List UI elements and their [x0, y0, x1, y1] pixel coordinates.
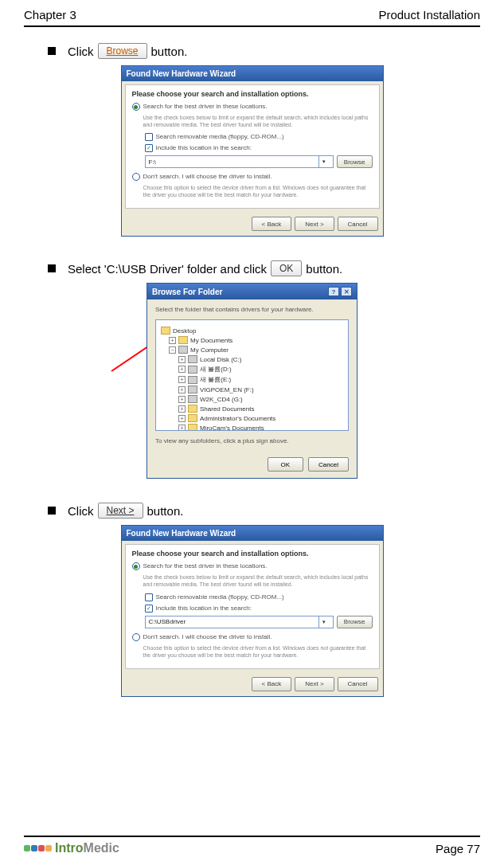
drive-icon: [188, 376, 197, 384]
radio-dont-search[interactable]: [132, 173, 140, 181]
path-input[interactable]: C:\USBdriver ▾: [145, 616, 334, 628]
figure-browse-folder: Browse For Folder ? ✕ Select the folder …: [24, 283, 480, 479]
checkbox-removable-media[interactable]: [145, 593, 153, 601]
logo-part2: Medic: [84, 841, 119, 855]
path-input-value: F:\: [149, 159, 156, 166]
opt1-desc: Use the check boxes below to limit or ex…: [143, 573, 373, 588]
figure-wizard-2: Found New Hardware Wizard Please choose …: [24, 525, 480, 696]
tree-mydocs[interactable]: My Documents: [190, 337, 232, 344]
drive-icon: [188, 386, 197, 393]
browse-button[interactable]: Browse: [337, 155, 373, 168]
folder-icon: [178, 336, 188, 344]
expander-icon[interactable]: +: [178, 415, 186, 422]
expander-icon[interactable]: −: [169, 346, 176, 354]
next-button-inline[interactable]: Next >: [98, 503, 143, 519]
expander-icon[interactable]: +: [178, 366, 186, 373]
intromedic-logo: IntroMedic: [24, 841, 119, 855]
back-button[interactable]: < Back: [252, 677, 292, 691]
step3-text-pre: Click: [68, 504, 94, 518]
cancel-button[interactable]: Cancel: [338, 217, 378, 231]
ok-button-inline[interactable]: OK: [271, 260, 302, 276]
folder-tree[interactable]: Desktop +My Documents −My Computer +Loca…: [155, 319, 349, 431]
radio-search-best-label: Search for the best driver in these loca…: [143, 103, 268, 110]
radio-dont-search-label: Don't search. I will choose the driver t…: [143, 173, 272, 180]
tree-driveD[interactable]: 새 볼륨(D:): [200, 365, 232, 374]
close-icon[interactable]: ✕: [341, 287, 352, 296]
step3-text-post: button.: [147, 504, 184, 518]
browse-title: Browse For Folder: [152, 288, 222, 296]
step2-text-post: button.: [306, 262, 342, 276]
desktop-icon: [161, 327, 170, 335]
help-icon[interactable]: ?: [328, 287, 339, 296]
wizard-titlebar: Found New Hardware Wizard: [122, 526, 383, 541]
tree-shared[interactable]: Shared Documents: [200, 405, 254, 413]
folder-icon: [188, 424, 197, 431]
bullet-icon: [48, 264, 56, 272]
radio-dont-search-label: Don't search. I will choose the driver t…: [143, 633, 272, 640]
cancel-button[interactable]: Cancel: [338, 677, 378, 691]
checkbox-removable-media-label: Search removable media (floppy, CD-ROM..…: [156, 593, 284, 601]
radio-search-best[interactable]: [132, 103, 140, 111]
checkbox-include-location[interactable]: ✓: [145, 605, 153, 613]
checkbox-removable-media-label: Search removable media (floppy, CD-ROM..…: [156, 133, 284, 140]
expander-icon[interactable]: +: [178, 376, 186, 383]
radio-dont-search[interactable]: [132, 633, 140, 641]
figure-wizard-1: Found New Hardware Wizard Please choose …: [24, 65, 480, 237]
tree-driveF[interactable]: VIGPOEM_EN (F:): [200, 386, 254, 393]
bullet-icon: [48, 47, 56, 55]
tree-driveG[interactable]: W2K_CD4 (G:): [200, 396, 243, 403]
path-input[interactable]: F:\ ▾: [145, 155, 334, 168]
expander-icon[interactable]: +: [169, 337, 176, 344]
step2-text-pre: Select 'C:\USB Driver' folder and click: [68, 262, 267, 276]
expander-icon[interactable]: +: [178, 425, 186, 432]
opt2-desc: Choose this option to select the device …: [143, 644, 373, 659]
browse-instruction: Select the folder that contains drivers …: [155, 306, 349, 313]
cancel-button[interactable]: Cancel: [308, 457, 349, 472]
footer-rule: [24, 836, 480, 837]
tree-desktop[interactable]: Desktop: [173, 327, 196, 335]
step-1: Click Browse button.: [24, 43, 480, 59]
tree-admin[interactable]: Administrator's Documents: [200, 415, 275, 422]
step-2: Select 'C:\USB Driver' folder and click …: [24, 260, 480, 276]
browse-button-inline[interactable]: Browse: [98, 43, 147, 59]
dropdown-arrow-icon[interactable]: ▾: [318, 156, 330, 167]
folder-icon: [188, 414, 197, 422]
browse-button[interactable]: Browse: [337, 616, 373, 628]
bullet-icon: [48, 507, 56, 515]
dropdown-arrow-icon[interactable]: ▾: [318, 616, 330, 628]
step1-text-post: button.: [151, 45, 188, 58]
radio-search-best[interactable]: [132, 562, 140, 570]
computer-icon: [178, 346, 188, 354]
header-section: Product Installation: [378, 8, 480, 22]
opt2-desc: Choose this option to select the device …: [143, 184, 373, 198]
tree-localc[interactable]: Local Disk (C:): [200, 356, 241, 363]
step-3: Click Next > button.: [24, 503, 480, 519]
step1-text-pre: Click: [68, 45, 94, 58]
tree-miro[interactable]: MiroCam's Documents: [200, 425, 264, 432]
next-button[interactable]: Next >: [295, 217, 334, 231]
wizard-subtitle: Please choose your search and installati…: [132, 550, 373, 558]
wizard-subtitle: Please choose your search and installati…: [132, 90, 373, 98]
wizard-titlebar: Found New Hardware Wizard: [122, 66, 383, 81]
back-button[interactable]: < Back: [252, 217, 292, 231]
header-rule: [24, 25, 480, 27]
opt1-desc: Use the check boxes below to limit or ex…: [143, 114, 373, 128]
tree-mycomp[interactable]: My Computer: [190, 346, 229, 354]
tree-driveE[interactable]: 새 볼륨(E:): [200, 375, 231, 384]
expander-icon[interactable]: +: [178, 396, 186, 403]
drive-icon: [188, 366, 197, 374]
drive-icon: [188, 395, 197, 403]
browse-note: To view any subfolders, click a plus sig…: [155, 437, 349, 444]
expander-icon[interactable]: +: [178, 405, 186, 413]
ok-button[interactable]: OK: [268, 457, 304, 472]
path-input-value: C:\USBdriver: [149, 618, 186, 625]
next-button[interactable]: Next >: [295, 677, 334, 691]
expander-icon[interactable]: +: [178, 386, 186, 393]
checkbox-include-location-label: Include this location in the search:: [156, 605, 252, 612]
checkbox-removable-media[interactable]: [145, 133, 153, 141]
header-chapter: Chapter 3: [24, 8, 76, 22]
checkbox-include-location[interactable]: ✓: [145, 144, 153, 152]
drive-icon: [188, 355, 197, 363]
radio-search-best-label: Search for the best driver in these loca…: [143, 562, 268, 569]
expander-icon[interactable]: +: [178, 356, 186, 363]
